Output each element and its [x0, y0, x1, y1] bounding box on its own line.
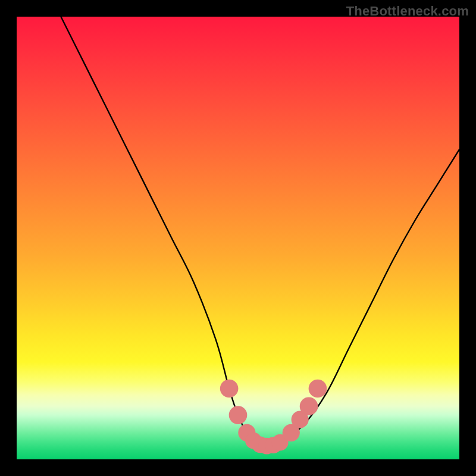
plot-area — [17, 17, 459, 459]
curve-group — [61, 17, 459, 447]
bottleneck-curve-path — [61, 17, 459, 447]
left-upper-marker — [220, 380, 239, 398]
watermark-text: TheBottleneck.com — [346, 4, 469, 19]
left-mid-marker — [229, 406, 248, 424]
right-upper-marker — [300, 397, 318, 415]
right-top-marker — [309, 380, 327, 398]
chart-frame: TheBottleneck.com — [0, 0, 476, 476]
chart-svg — [17, 17, 459, 459]
